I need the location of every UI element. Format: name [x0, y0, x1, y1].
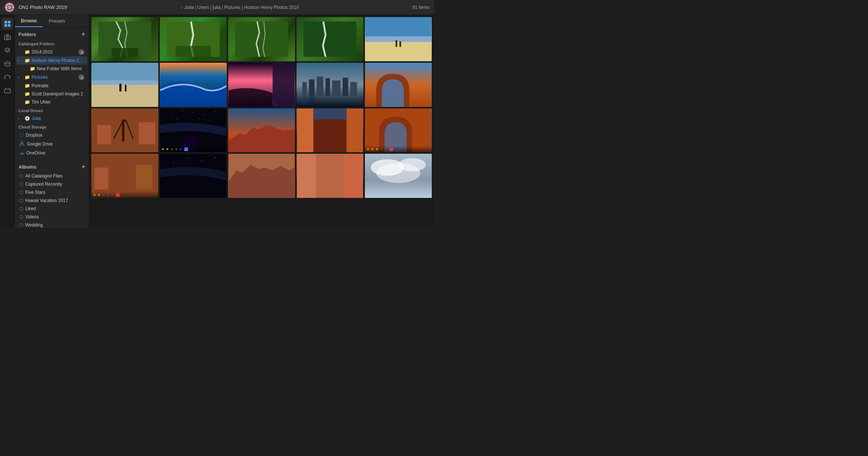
- photo-cell-12[interactable]: ★ ★ ★ ★ ★: [160, 108, 227, 153]
- drive-nav-icon[interactable]: [1, 58, 13, 70]
- folder-item-scott[interactable]: › 📁 Scott Davenport Images 2: [16, 90, 87, 98]
- star2-12: ★: [166, 147, 169, 151]
- cloud-nav-icon[interactable]: [1, 71, 13, 83]
- svg-rect-19: [396, 40, 397, 47]
- folder-item-tim[interactable]: › 📁 Tim Uhler: [16, 98, 87, 106]
- star5-16: ★: [111, 193, 114, 197]
- photo-cell-18[interactable]: [228, 154, 295, 198]
- folder-icon-hudson: 📁: [25, 58, 30, 63]
- album-name-videos: Videos: [25, 214, 39, 219]
- svg-point-74: [376, 163, 421, 183]
- folder-icon-newfolder: 📁: [30, 66, 35, 71]
- tab-presets[interactable]: Presets: [43, 15, 71, 27]
- photo-cell-15[interactable]: ★ ★ ★ ★ ★: [365, 108, 432, 153]
- cloud-item-dropbox[interactable]: ⬡ Dropbox: [16, 131, 87, 139]
- album-hawaii[interactable]: ⬡ Hawaii Vacation 2017: [16, 196, 87, 205]
- cloud-item-gdrive[interactable]: Google Drive: [16, 139, 87, 149]
- stack-nav-icon[interactable]: [1, 85, 13, 97]
- album-liked[interactable]: ⬡ Liked: [16, 205, 87, 213]
- album-icon-hawaii: ⬡: [19, 198, 23, 203]
- folder-item-2014[interactable]: › 📁 2014:2015 ◑: [16, 48, 87, 56]
- folder-arrow-hudson: ›: [18, 59, 23, 63]
- folders-add-button[interactable]: +: [82, 31, 85, 37]
- album-five-stars[interactable]: ⬡ Five Stars: [16, 188, 87, 196]
- gdrive-icon: [19, 141, 25, 147]
- photo-cell-9[interactable]: [297, 63, 363, 107]
- photo-cell-19[interactable]: [297, 154, 363, 198]
- star4-15: ★: [380, 147, 383, 151]
- photo-cell-16[interactable]: ★ ★ ★ ★ ★: [91, 154, 158, 198]
- star1-16: ★: [93, 193, 96, 197]
- svg-rect-3: [8, 21, 10, 23]
- folder-icon-tim: 📁: [25, 100, 30, 105]
- photo-cell-7[interactable]: [160, 63, 227, 107]
- cloud-name-dropbox: Dropbox: [26, 133, 42, 138]
- folder-item-hudson[interactable]: › 📁 Hudson Henry Photos 2018: [16, 56, 87, 65]
- svg-point-51: [210, 120, 210, 121]
- svg-rect-61: [136, 165, 153, 190]
- svg-point-47: [204, 115, 204, 115]
- folder-icon-portraite: 📁: [25, 83, 30, 88]
- svg-rect-25: [125, 85, 126, 91]
- svg-point-50: [198, 118, 199, 118]
- star4-16: ★: [106, 193, 110, 197]
- folder-name-scott: Scott Davenport Images 2: [32, 91, 84, 97]
- svg-rect-18: [365, 36, 431, 42]
- svg-rect-11: [111, 48, 138, 57]
- photo-cell-11[interactable]: [91, 108, 158, 153]
- album-videos[interactable]: ⬡ Videos: [16, 213, 87, 221]
- photo-overlay-15: ★ ★ ★ ★ ★: [365, 146, 432, 152]
- svg-rect-21: [92, 63, 158, 82]
- color-label-16: [116, 193, 120, 197]
- photo-cell-3[interactable]: [228, 17, 295, 61]
- album-all-cataloged[interactable]: ⬡ All Cataloged Files: [16, 172, 87, 180]
- svg-rect-55: [347, 108, 363, 153]
- svg-rect-14: [235, 22, 288, 57]
- photo-grid: ★ ★ ★ ★ ★: [91, 17, 432, 198]
- browse-nav-icon[interactable]: [1, 18, 13, 30]
- photo-cell-17[interactable]: [160, 154, 227, 198]
- photo-cell-10[interactable]: [365, 63, 432, 107]
- photo-cell-1[interactable]: [91, 17, 158, 61]
- star3-12: ★: [170, 147, 174, 151]
- folder-name-pictures: Pictures: [32, 75, 77, 80]
- back-icon[interactable]: ‹: [181, 4, 182, 10]
- svg-point-46: [193, 113, 193, 113]
- album-name-hawaii: Hawaii Vacation 2017: [25, 198, 68, 203]
- star5-15: ★: [384, 147, 388, 151]
- photo-cell-4[interactable]: [297, 17, 363, 61]
- svg-point-64: [187, 158, 188, 159]
- albums-title: Albums: [19, 164, 36, 170]
- svg-rect-2: [4, 21, 7, 23]
- albums-add-button[interactable]: +: [82, 164, 85, 170]
- photo-cell-6[interactable]: [91, 63, 158, 107]
- svg-rect-15: [304, 22, 357, 57]
- cloud-storage-label: Cloud Storage: [15, 123, 89, 131]
- cloud-item-onedrive[interactable]: ☁ OneDrive: [16, 149, 87, 157]
- album-wedding[interactable]: ⬡ Wedding: [16, 221, 87, 228]
- photo-cell-14[interactable]: [297, 108, 363, 153]
- item-count: 91 Items: [412, 5, 430, 10]
- layers-nav-icon[interactable]: [1, 45, 13, 56]
- breadcrumb: Julia | Users | julia | Pictures | Hudso…: [185, 5, 299, 10]
- camera-nav-icon[interactable]: [1, 31, 13, 43]
- svg-rect-35: [350, 82, 357, 96]
- folder-arrow-newfolder: ›: [23, 67, 28, 71]
- tab-browse[interactable]: Browse: [15, 15, 43, 27]
- folder-item-portraite[interactable]: › 📁 Portraite: [16, 82, 87, 90]
- folders-title: Folders: [19, 32, 36, 37]
- photo-cell-2[interactable]: [160, 17, 227, 61]
- folder-item-newfolder[interactable]: › 📁 New Folder With Items: [16, 65, 87, 73]
- photo-cell-5[interactable]: [365, 17, 432, 61]
- star5-12: ★: [179, 147, 182, 151]
- star3-16: ★: [102, 193, 105, 197]
- photo-cell-20[interactable]: [365, 154, 432, 198]
- photo-cell-13[interactable]: [228, 108, 295, 153]
- folder-item-pictures[interactable]: › 📁 Pictures ◑: [16, 73, 87, 82]
- folder-item-julia-drive[interactable]: › 💿 Julia: [16, 114, 87, 123]
- album-icon-fivestars: ⬡: [19, 190, 23, 195]
- photo-cell-8[interactable]: [228, 63, 295, 107]
- album-captured-recently[interactable]: ⬡ Captured Recently: [16, 180, 87, 188]
- svg-rect-54: [297, 108, 314, 153]
- svg-rect-20: [399, 41, 401, 47]
